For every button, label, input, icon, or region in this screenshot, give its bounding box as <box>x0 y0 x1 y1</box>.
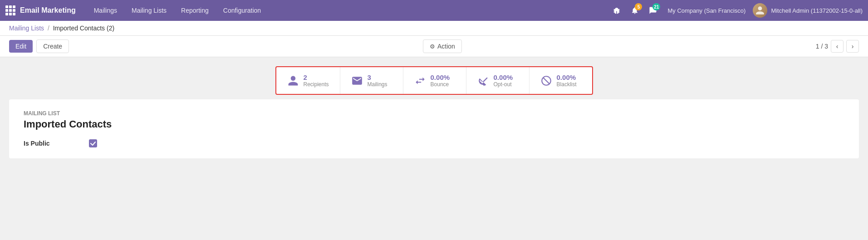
user-avatar[interactable] <box>753 3 767 18</box>
username-label[interactable]: Mitchell Admin (11372002-15-0-all) <box>771 7 863 14</box>
gear-icon: ⚙ <box>430 43 435 50</box>
recipients-icon <box>287 75 299 87</box>
breadcrumb: Mailing Lists / Imported Contacts (2) <box>0 21 868 36</box>
stat-recipients-text: 2 Recipients <box>304 73 329 88</box>
stat-optout[interactable]: 0.00% Opt-out <box>466 67 530 94</box>
main-content: 2 Recipients 3 Mailings 0.00% <box>0 57 868 239</box>
stat-optout-label: Opt-out <box>494 81 513 88</box>
pagination: 1 / 3 ‹ › <box>816 40 859 53</box>
topnav-right: 5 21 My Company (San Francisco) Mitchell… <box>609 3 863 18</box>
menu-reporting[interactable]: Reporting <box>174 0 216 21</box>
app-title: Email Marketing <box>20 6 76 15</box>
top-navbar: Email Marketing Mailings Mailing Lists R… <box>0 0 868 21</box>
notifications-badge: 5 <box>635 3 642 10</box>
blacklist-icon <box>540 75 552 87</box>
pagination-prev-button[interactable]: ‹ <box>831 40 843 53</box>
menu-configuration[interactable]: Configuration <box>216 0 268 21</box>
stat-mailings[interactable]: 3 Mailings <box>340 67 403 94</box>
breadcrumb-separator: / <box>48 24 49 32</box>
company-name: My Company (San Francisco) <box>667 7 745 14</box>
stat-optout-text: 0.00% Opt-out <box>494 73 513 88</box>
breadcrumb-parent-link[interactable]: Mailing Lists <box>9 24 44 32</box>
menu-mailing-lists[interactable]: Mailing Lists <box>124 0 174 21</box>
is-public-label: Is Public <box>24 140 78 147</box>
bug-icon-btn[interactable] <box>609 3 624 18</box>
pagination-next-button[interactable]: › <box>846 40 859 53</box>
stat-mailings-text: 3 Mailings <box>368 73 387 88</box>
stat-bounce[interactable]: 0.00% Bounce <box>403 67 466 94</box>
is-public-field-row: Is Public <box>24 139 844 147</box>
is-public-value <box>89 139 97 147</box>
stat-recipients-label: Recipients <box>304 81 329 88</box>
menu-mailings[interactable]: Mailings <box>87 0 124 21</box>
stat-blacklist[interactable]: 0.00% Blacklist <box>530 67 592 94</box>
stat-blacklist-label: Blacklist <box>557 81 577 88</box>
action-label: Action <box>437 43 455 50</box>
stat-blacklist-text: 0.00% Blacklist <box>557 73 577 88</box>
stats-bar: 2 Recipients 3 Mailings 0.00% <box>275 66 593 95</box>
chat-icon-btn[interactable]: 21 <box>646 3 660 18</box>
stat-bounce-text: 0.00% Bounce <box>431 73 450 88</box>
is-public-checkbox[interactable] <box>89 139 97 147</box>
create-button[interactable]: Create <box>36 39 69 53</box>
stat-blacklist-value: 0.00% <box>557 73 577 81</box>
toolbar: Edit Create ⚙ Action 1 / 3 ‹ › <box>0 36 868 57</box>
top-menu: Mailings Mailing Lists Reporting Configu… <box>87 0 610 21</box>
chat-badge: 21 <box>652 3 660 10</box>
stat-bounce-label: Bounce <box>431 81 450 88</box>
edit-button[interactable]: Edit <box>9 40 33 53</box>
notifications-icon-btn[interactable]: 5 <box>628 3 642 18</box>
stat-recipients[interactable]: 2 Recipients <box>276 67 340 94</box>
bounce-icon <box>414 75 426 87</box>
stat-bounce-value: 0.00% <box>431 73 450 81</box>
record-field-label: Mailing List <box>24 110 844 117</box>
action-button[interactable]: ⚙ Action <box>423 39 462 53</box>
stat-mailings-value: 3 <box>368 73 387 81</box>
stats-bar-wrapper: 2 Recipients 3 Mailings 0.00% <box>9 66 859 95</box>
mailings-icon <box>351 75 363 87</box>
stat-mailings-label: Mailings <box>368 81 387 88</box>
record-title: Imported Contacts <box>24 118 844 130</box>
stat-recipients-value: 2 <box>304 73 329 81</box>
stat-optout-value: 0.00% <box>494 73 513 81</box>
pagination-text: 1 / 3 <box>816 43 828 50</box>
apps-menu-icon[interactable] <box>5 5 15 15</box>
optout-icon <box>477 75 489 87</box>
breadcrumb-current: Imported Contacts (2) <box>53 24 114 32</box>
record-card: Mailing List Imported Contacts Is Public <box>9 99 859 158</box>
